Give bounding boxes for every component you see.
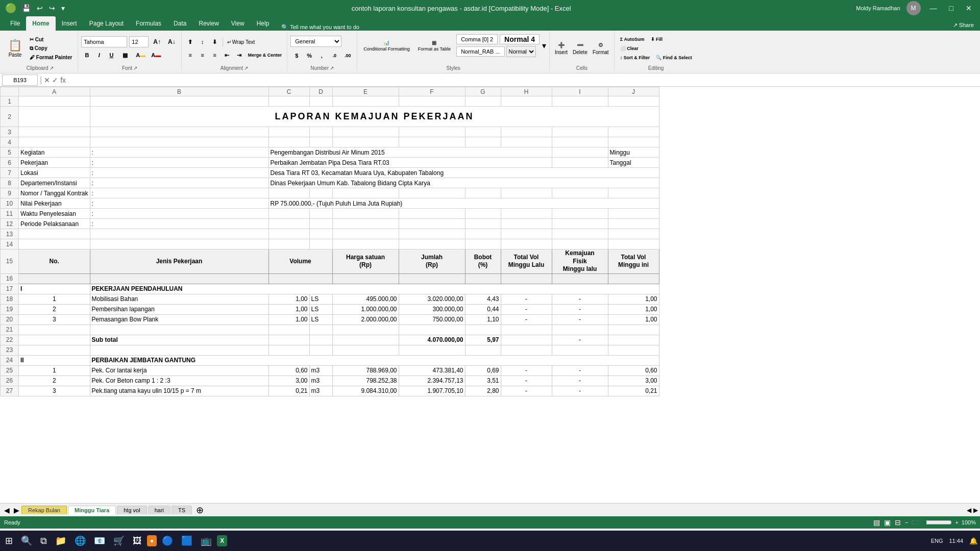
cell-b10[interactable]: :: [90, 198, 268, 209]
cell-b18[interactable]: Mobilisasi Bahan: [90, 294, 268, 304]
cell-d20[interactable]: LS: [309, 314, 332, 324]
merge-center-button[interactable]: Merge & Center: [246, 52, 284, 59]
percent-btn[interactable]: %: [304, 50, 315, 61]
cell-c10[interactable]: RP 75.000.000,- (Tujuh Puluh Lima Juta R…: [268, 198, 659, 209]
cell-g9[interactable]: [465, 188, 501, 198]
cell-f11[interactable]: [399, 209, 465, 219]
page-layout-btn[interactable]: ▣: [884, 518, 891, 527]
cell-a19[interactable]: 2: [19, 304, 90, 314]
sheet-tab-htg-vol[interactable]: htg vol: [117, 506, 146, 514]
cell-e15[interactable]: Harga satuan (Rp): [332, 249, 399, 274]
cell-f21[interactable]: [399, 324, 465, 335]
formula-input[interactable]: [68, 74, 978, 86]
cell-a13[interactable]: [19, 229, 90, 239]
cell-c19[interactable]: 1,00: [268, 304, 309, 314]
cell-b15[interactable]: Jenis Pekerjaan: [90, 249, 268, 274]
save-btn[interactable]: 💾: [20, 4, 32, 12]
cell-d23[interactable]: [309, 345, 332, 355]
cell-j23[interactable]: [608, 345, 659, 355]
sheet-scroll-right-btn[interactable]: ▶: [12, 505, 21, 515]
cell-f26[interactable]: 2.394.757,13: [399, 375, 465, 386]
cell-i21[interactable]: [552, 324, 608, 335]
cell-a5[interactable]: Kegiatan: [19, 147, 90, 158]
cell-g22[interactable]: 5,97: [465, 335, 501, 345]
cell-j12[interactable]: [608, 219, 659, 229]
cell-i22[interactable]: -: [552, 335, 608, 345]
col-header-c[interactable]: C: [268, 87, 309, 96]
cell-j5[interactable]: Minggu: [608, 147, 659, 158]
cell-b7[interactable]: :: [90, 168, 268, 178]
cell-a12[interactable]: Periode Pelaksanaan: [19, 219, 90, 229]
cell-d14[interactable]: [309, 239, 332, 249]
cell-j19[interactable]: 1,00: [608, 304, 659, 314]
cell-c27[interactable]: 0,21: [268, 386, 309, 396]
cell-h1[interactable]: [501, 96, 552, 107]
cell-b16[interactable]: [90, 273, 268, 284]
tab-insert[interactable]: Insert: [56, 16, 83, 31]
cell-c5[interactable]: Pengembangan Distribusi Air Minum 2015: [268, 147, 552, 158]
cell-d27[interactable]: m3: [309, 386, 332, 396]
cell-i1[interactable]: [552, 96, 608, 107]
align-middle-btn[interactable]: ↕: [197, 36, 208, 47]
cell-f27[interactable]: 1.907.705,10: [399, 386, 465, 396]
cell-i5[interactable]: [552, 147, 608, 158]
cell-b27[interactable]: Pek.tiang utama kayu ulin 10/15 p = 7 m: [90, 386, 268, 396]
indent-decrease-btn[interactable]: ⇤: [222, 49, 233, 61]
cell-d3[interactable]: [309, 127, 332, 137]
cell-h15[interactable]: Total Vol Minggu Lalu: [501, 249, 552, 274]
cell-f1[interactable]: [399, 96, 465, 107]
col-header-d[interactable]: D: [309, 87, 332, 96]
cell-b26[interactable]: Pek. Cor Beton camp 1 : 2 :3: [90, 375, 268, 386]
cell-b23[interactable]: [90, 345, 268, 355]
cell-d18[interactable]: LS: [309, 294, 332, 304]
cell-g14[interactable]: [465, 239, 501, 249]
cell-g19[interactable]: 0,44: [465, 304, 501, 314]
cell-e9[interactable]: [332, 188, 399, 198]
cell-g1[interactable]: [465, 96, 501, 107]
cell-f3[interactable]: [399, 127, 465, 137]
style-comma-btn[interactable]: Comma [0] 2: [456, 34, 498, 44]
cell-c7[interactable]: Desa Tiara RT 03, Kecamatan Muara Uya, K…: [268, 168, 659, 178]
font-size-input[interactable]: [129, 36, 149, 47]
page-break-btn[interactable]: ⊟: [895, 518, 901, 527]
cell-e23[interactable]: [332, 345, 399, 355]
clipboard-dialog-icon[interactable]: ↗: [50, 65, 54, 71]
cell-i18[interactable]: -: [552, 294, 608, 304]
cell-h16[interactable]: [501, 273, 552, 284]
col-header-g[interactable]: G: [465, 87, 501, 96]
currency-btn[interactable]: $: [290, 50, 303, 61]
cell-c20[interactable]: 1,00: [268, 314, 309, 324]
col-header-b[interactable]: B: [90, 87, 268, 96]
col-header-h[interactable]: H: [501, 87, 552, 96]
cell-h9[interactable]: [501, 188, 552, 198]
cell-b9[interactable]: :: [90, 188, 268, 198]
decrease-decimal-btn[interactable]: .00: [341, 50, 354, 61]
cell-d22[interactable]: [309, 335, 332, 345]
cell-g26[interactable]: 3,51: [465, 375, 501, 386]
cell-b25[interactable]: Pek. Cor lantai kerja: [90, 365, 268, 375]
cell-g3[interactable]: [465, 127, 501, 137]
tab-page-layout[interactable]: Page Layout: [83, 16, 130, 31]
cell-c6[interactable]: Perbaikan Jembatan Pipa Desa Tiara RT.03: [268, 158, 552, 168]
fill-button[interactable]: ⬇ Fill: [648, 36, 666, 43]
cell-c13[interactable]: [268, 229, 309, 239]
cell-b6[interactable]: :: [90, 158, 268, 168]
cell-e26[interactable]: 798.252,38: [332, 375, 399, 386]
cell-j15[interactable]: Total Vol Minggu ini: [608, 249, 659, 274]
cell-d21[interactable]: [309, 324, 332, 335]
cell-f15[interactable]: Jumlah (Rp): [399, 249, 465, 274]
cell-h27[interactable]: -: [501, 386, 552, 396]
cell-f12[interactable]: [399, 219, 465, 229]
cell-b17[interactable]: PEKERJAAN PEENDAHULUAN: [90, 284, 659, 294]
cell-j4[interactable]: [608, 137, 659, 147]
redo-btn[interactable]: ↪: [47, 4, 57, 12]
cell-b1[interactable]: [90, 96, 268, 107]
cell-c4[interactable]: [268, 137, 309, 147]
cell-c26[interactable]: 3,00: [268, 375, 309, 386]
cell-h4[interactable]: [501, 137, 552, 147]
close-btn[interactable]: ✕: [963, 3, 975, 13]
cell-f13[interactable]: [399, 229, 465, 239]
cell-j22[interactable]: [608, 335, 659, 345]
style-normal-select[interactable]: Normal: [506, 46, 536, 57]
find-select-button[interactable]: 🔍 Find & Select: [653, 54, 695, 61]
